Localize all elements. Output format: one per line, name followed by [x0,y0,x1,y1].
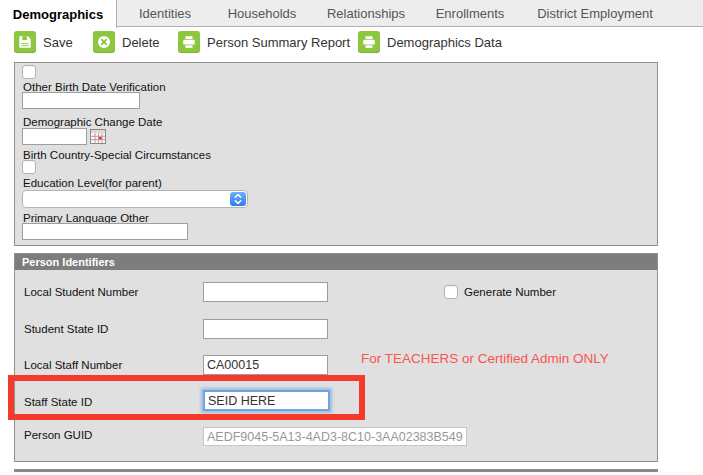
action-toolbar: Save Delete Person Summary Report [0,28,703,59]
education-level-select[interactable] [22,190,248,208]
annotation-note: For TEACHERS or Certified Admin ONLY [361,351,609,366]
primary-language-other-input[interactable] [22,223,188,240]
local-staff-number-input[interactable] [203,355,328,375]
person-guid-input[interactable] [203,427,467,446]
printer-icon [358,31,380,53]
other-birth-date-verification-input[interactable] [22,92,140,109]
delete-button-label: Delete [122,35,160,50]
staff-state-id-label: Staff State ID [24,396,92,408]
birth-country-special-circumstances-label: Birth Country-Special Circumstances [23,149,211,161]
generate-number-label: Generate Number [464,286,556,298]
tab-district-employment[interactable]: District Employment [519,0,671,27]
local-student-number-label: Local Student Number [24,286,138,298]
student-state-id-input[interactable] [203,319,328,339]
calendar-picker-button[interactable] [90,129,106,144]
save-button-label: Save [43,35,73,50]
demographics-screen: Demographics Identities Households Relat… [0,0,703,475]
demographic-change-date-label: Demographic Change Date [23,116,162,128]
person-guid-label: Person GUID [24,429,92,441]
student-state-id-label: Student State ID [24,323,108,335]
local-staff-number-label: Local Staff Number [24,359,122,371]
save-button[interactable]: Save [14,31,73,53]
person-identifiers-section: Person Identifiers Local Student Number … [14,253,658,462]
unlabeled-checkbox[interactable] [22,65,36,79]
select-stepper-icon [230,192,246,206]
demographics-form-section: Other Birth Date Verification Demographi… [14,62,658,246]
tab-relationships[interactable]: Relationships [311,0,421,27]
education-level-label: Education Level(for parent) [23,177,162,189]
staff-state-id-input[interactable] [203,390,330,411]
person-summary-report-label: Person Summary Report [207,35,350,50]
tab-identities[interactable]: Identities [117,0,213,27]
next-section-edge [14,469,658,472]
tab-households[interactable]: Households [213,0,311,27]
calendar-icon [90,129,106,144]
demographic-change-date-input[interactable] [22,128,87,145]
person-summary-report-button[interactable]: Person Summary Report [178,31,350,53]
local-student-number-input[interactable] [203,282,328,302]
delete-icon [93,31,115,53]
birth-country-special-circumstances-checkbox[interactable] [22,160,36,174]
tab-bar: Demographics Identities Households Relat… [0,0,703,27]
delete-button[interactable]: Delete [93,31,160,53]
printer-icon [178,31,200,53]
save-icon [14,31,36,53]
demographics-data-label: Demographics Data [387,35,502,50]
person-identifiers-header: Person Identifiers [15,254,657,270]
demographics-data-button[interactable]: Demographics Data [358,31,502,53]
generate-number-checkbox[interactable] [444,285,458,299]
tab-enrollments[interactable]: Enrollments [421,0,519,27]
tab-demographics[interactable]: Demographics [0,0,117,28]
